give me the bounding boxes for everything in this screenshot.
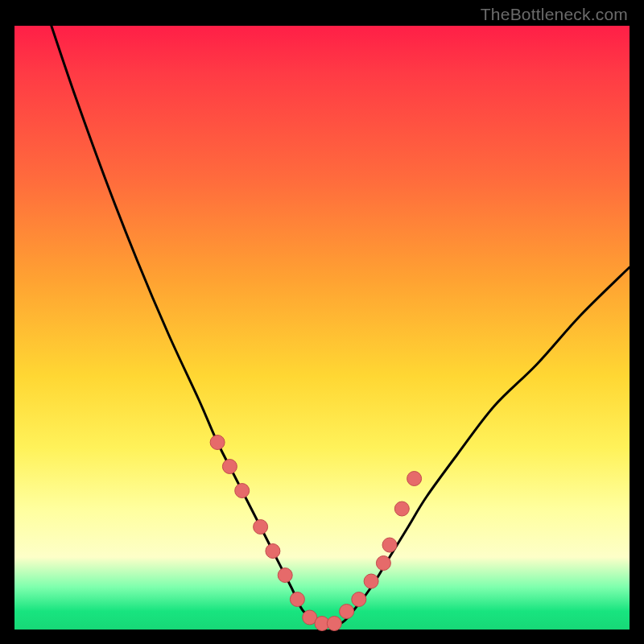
marker-point: [222, 460, 237, 474]
marker-point: [364, 574, 378, 588]
marker-point: [327, 617, 341, 631]
marker-point: [407, 472, 422, 486]
plot-area: [14, 26, 630, 630]
marker-point: [382, 538, 397, 552]
marker-point: [278, 568, 292, 583]
chart-frame: [14, 26, 630, 630]
marker-point: [394, 502, 409, 516]
marker-point: [254, 520, 268, 535]
marker-point: [266, 544, 280, 559]
watermark-text: TheBottleneck.com: [481, 5, 628, 24]
marker-point: [290, 592, 304, 607]
bottleneck-curve: [52, 26, 630, 625]
marker-point: [340, 605, 354, 619]
marker-point: [352, 592, 366, 607]
marker-point: [210, 436, 225, 450]
curve-layer: [14, 26, 630, 630]
marker-point: [235, 484, 250, 498]
marker-point: [376, 556, 390, 571]
highlight-markers: [210, 436, 421, 631]
